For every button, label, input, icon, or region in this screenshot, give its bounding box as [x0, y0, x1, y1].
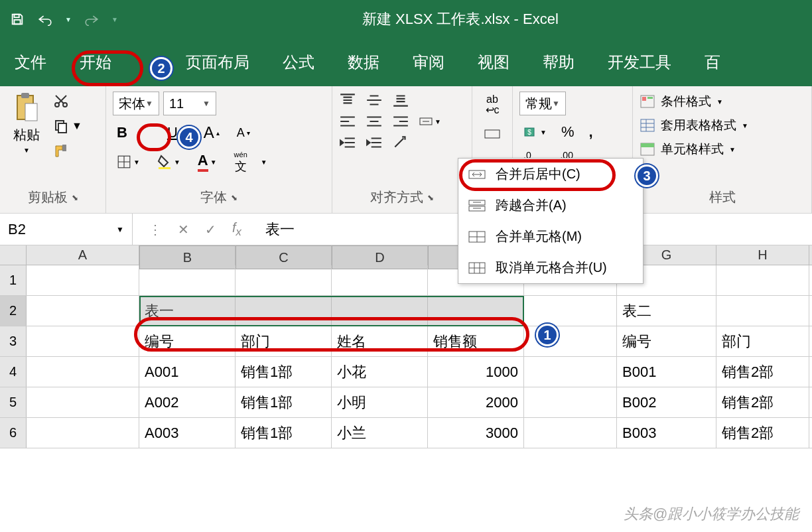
phonetic-button[interactable]: wén文: [230, 150, 251, 174]
cell[interactable]: [524, 357, 617, 387]
merge-quick-icon[interactable]: [484, 127, 501, 141]
spreadsheet-grid[interactable]: A B C D E F G H 12表一表二3编号部门姓名销售额编号部门4A00…: [0, 245, 812, 448]
format-painter-button[interactable]: [53, 143, 82, 159]
fill-color-button[interactable]: ▼: [153, 153, 184, 170]
cell[interactable]: [27, 357, 139, 387]
undo-icon[interactable]: [37, 11, 53, 27]
orientation-icon[interactable]: [392, 135, 409, 150]
cell[interactable]: [139, 265, 236, 295]
paste-label[interactable]: 粘贴: [13, 126, 40, 144]
cell[interactable]: 1000: [428, 357, 524, 387]
cell[interactable]: [524, 387, 617, 417]
dialog-launcher-icon[interactable]: ⬊: [427, 193, 434, 202]
tab-data[interactable]: 数据: [345, 48, 382, 77]
cell[interactable]: [27, 326, 139, 356]
cell[interactable]: [27, 265, 139, 295]
cell[interactable]: A003: [139, 418, 236, 448]
cell[interactable]: [27, 296, 139, 326]
cell[interactable]: B003: [617, 418, 716, 448]
copy-button[interactable]: ▼: [53, 118, 82, 134]
cell[interactable]: 部门: [716, 326, 809, 356]
col-header[interactable]: H: [716, 245, 809, 265]
cell[interactable]: [27, 387, 139, 417]
cell[interactable]: 表一: [139, 296, 236, 326]
paste-dropdown-icon[interactable]: ▼: [23, 147, 30, 154]
cell[interactable]: 表二: [617, 296, 716, 326]
fb-fx-icon[interactable]: fx: [232, 220, 241, 239]
cell[interactable]: 部门: [236, 326, 332, 356]
tab-layout[interactable]: 页面布局: [183, 48, 252, 77]
comma-button[interactable]: ,: [584, 122, 596, 142]
percent-button[interactable]: %: [557, 122, 578, 142]
merge-dropdown-button[interactable]: ▼: [419, 114, 441, 129]
align-middle-icon[interactable]: [366, 93, 383, 107]
font-color-button[interactable]: A▼: [194, 151, 221, 173]
fb-dropdown-icon[interactable]: ⋮: [149, 222, 162, 237]
fb-cancel-icon[interactable]: ✕: [178, 222, 189, 237]
dialog-launcher-icon[interactable]: ⬊: [231, 193, 237, 202]
cell[interactable]: 销售1部: [236, 387, 332, 417]
cell[interactable]: 3000: [428, 418, 524, 448]
tab-formulas[interactable]: 公式: [280, 48, 317, 77]
dialog-launcher-icon[interactable]: ⬊: [72, 193, 78, 202]
merge-cells-item[interactable]: 合并单元格(M): [458, 221, 643, 252]
row-header[interactable]: 3: [0, 326, 27, 356]
cell[interactable]: 销售额: [428, 326, 524, 356]
cell[interactable]: [428, 296, 524, 326]
select-all-corner[interactable]: [0, 245, 27, 265]
cell[interactable]: B001: [617, 357, 716, 387]
cell[interactable]: [716, 296, 809, 326]
row-header[interactable]: 5: [0, 387, 27, 417]
cell[interactable]: 销售1部: [236, 357, 332, 387]
font-size-select[interactable]: 11▼: [163, 92, 216, 115]
cell[interactable]: [716, 265, 809, 295]
cell[interactable]: [332, 296, 428, 326]
tab-home[interactable]: 开始: [77, 48, 114, 77]
row-header[interactable]: 2: [0, 296, 27, 326]
tab-review[interactable]: 审阅: [410, 48, 447, 77]
cell[interactable]: 编号: [617, 326, 716, 356]
cell[interactable]: 小兰: [332, 418, 428, 448]
row-header[interactable]: 1: [0, 265, 27, 295]
format-as-table-button[interactable]: 套用表格格式▼: [640, 117, 748, 134]
cell[interactable]: 小花: [332, 357, 428, 387]
decrease-indent-icon[interactable]: [339, 135, 356, 150]
align-bottom-icon[interactable]: [392, 93, 409, 107]
merge-across-item[interactable]: 跨越合并(A): [458, 190, 643, 221]
cell[interactable]: [524, 296, 617, 326]
tab-developer[interactable]: 开发工具: [605, 48, 674, 77]
cell[interactable]: [236, 265, 332, 295]
cell[interactable]: 小明: [332, 387, 428, 417]
bold-button[interactable]: B: [113, 123, 131, 143]
tab-more[interactable]: 百: [702, 48, 723, 77]
conditional-format-button[interactable]: 条件格式▼: [640, 93, 723, 110]
wrap-text-icon[interactable]: ab↩c: [486, 94, 500, 115]
redo-icon[interactable]: [84, 11, 100, 27]
row-header[interactable]: 4: [0, 357, 27, 387]
tab-view[interactable]: 视图: [475, 48, 512, 77]
borders-button[interactable]: ▼: [113, 153, 144, 170]
cell[interactable]: 销售1部: [236, 418, 332, 448]
cell[interactable]: 销售2部: [716, 387, 809, 417]
align-right-icon[interactable]: [392, 114, 409, 129]
merge-center-item[interactable]: 合并后居中(C): [458, 159, 643, 190]
align-top-icon[interactable]: [339, 93, 356, 107]
cell[interactable]: [27, 418, 139, 448]
row-header[interactable]: 6: [0, 418, 27, 448]
cell[interactable]: A002: [139, 387, 236, 417]
increase-indent-icon[interactable]: [366, 135, 383, 150]
align-center-icon[interactable]: [366, 114, 383, 129]
name-box[interactable]: B2▼: [0, 214, 133, 245]
cell[interactable]: [332, 265, 428, 295]
cell[interactable]: 2000: [428, 387, 524, 417]
increase-font-button[interactable]: A▴: [200, 122, 224, 143]
cut-button[interactable]: [53, 93, 82, 109]
cell[interactable]: [236, 296, 332, 326]
decrease-font-button[interactable]: A▾: [233, 125, 254, 141]
font-name-select[interactable]: 宋体▼: [113, 92, 159, 115]
cell[interactable]: [524, 418, 617, 448]
cell[interactable]: 编号: [139, 326, 236, 356]
unmerge-cells-item[interactable]: 取消单元格合并(U): [458, 252, 643, 283]
tab-help[interactable]: 帮助: [540, 48, 577, 77]
accounting-format-button[interactable]: $▼: [519, 124, 551, 140]
